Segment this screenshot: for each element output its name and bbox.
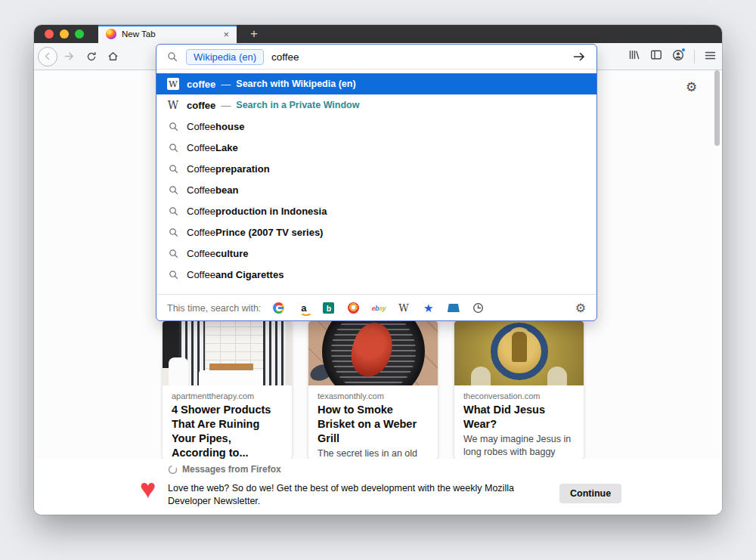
search-suggestion[interactable]: Coffee Prince (2007 TV series) <box>156 221 596 243</box>
duckduckgo-icon[interactable] <box>347 302 360 314</box>
menu-button[interactable] <box>705 50 716 63</box>
tab-new-tab[interactable]: New Tab × <box>98 25 237 43</box>
toolbar-separator <box>694 50 695 63</box>
article-card[interactable]: theconversation.com What Did Jesus Wear?… <box>454 321 584 459</box>
search-icon <box>167 122 179 131</box>
suggestion-list: W coffee — Search with Wikipedia (en) W … <box>156 70 596 294</box>
scrollbar-thumb[interactable] <box>714 70 720 146</box>
search-suggestion[interactable]: Coffee production in Indonesia <box>156 200 596 221</box>
card-excerpt: The secret lies in an old barbecue trick… <box>318 447 429 459</box>
home-icon <box>107 51 119 62</box>
arrow-right-icon <box>572 51 586 63</box>
search-engine-chip[interactable]: Wikipedia (en) <box>186 49 264 65</box>
search-popup: Wikipedia (en) coffee W coffee — Search … <box>156 44 597 321</box>
wikipedia-w-icon: W <box>167 99 179 111</box>
search-suggestion[interactable]: Coffee preparation <box>156 158 596 179</box>
messages-bar: Messages from Firefox ♥ Love the web? So… <box>34 459 722 515</box>
account-button[interactable] <box>672 49 684 64</box>
minimize-window-button[interactable] <box>60 29 69 39</box>
one-off-search-footer: This time, search with: a b ebay W ★ ⚙ <box>156 294 596 321</box>
search-icon <box>167 270 179 280</box>
tab-close-icon[interactable]: × <box>223 29 229 40</box>
reload-icon <box>86 51 97 62</box>
wikipedia-icon[interactable]: W <box>397 302 410 314</box>
search-icon <box>167 185 179 195</box>
search-icon <box>167 164 179 174</box>
search-suggestion[interactable]: Coffee and Cigarettes <box>156 264 596 285</box>
browser-window: New Tab × + <box>34 25 722 515</box>
article-card[interactable]: apartmenttherapy.com 4 Shower Products T… <box>163 321 292 459</box>
search-suggestion[interactable]: Coffee bean <box>156 179 596 200</box>
messages-header: Messages from Firefox <box>168 464 281 475</box>
new-tab-button[interactable]: + <box>244 25 264 43</box>
desktop: New Tab × + <box>0 0 756 560</box>
card-domain: theconversation.com <box>463 391 575 401</box>
close-window-button[interactable] <box>45 29 54 39</box>
search-icon <box>167 143 179 153</box>
continue-button[interactable]: Continue <box>559 484 621 503</box>
history-clock-icon[interactable] <box>472 302 485 314</box>
messages-header-label: Messages from Firefox <box>182 464 281 475</box>
search-icon <box>167 249 179 258</box>
bing-icon[interactable]: b <box>322 302 335 314</box>
card-image-grill <box>308 321 438 385</box>
home-button[interactable] <box>103 46 123 67</box>
one-off-label: This time, search with: <box>167 303 261 314</box>
bookmarks-star-icon[interactable]: ★ <box>422 302 435 314</box>
tab-title: New Tab <box>122 29 223 39</box>
forward-icon <box>64 51 75 62</box>
ebay-icon[interactable]: ebay <box>372 302 385 314</box>
message-text: Love the web? So do we! Get the best of … <box>168 482 542 508</box>
card-excerpt: We may imagine Jesus in long robes with … <box>463 433 575 459</box>
search-suggestion[interactable]: Coffee Lake <box>156 137 596 158</box>
forward-button[interactable] <box>59 46 79 67</box>
card-title: How to Smoke Brisket on a Weber Grill <box>318 403 429 446</box>
heart-icon: ♥ <box>140 475 156 503</box>
search-suggestion[interactable]: Coffee culture <box>156 243 596 264</box>
library-button[interactable] <box>628 49 640 63</box>
amazon-icon[interactable]: a <box>297 302 310 314</box>
suggestion-action: Search with Wikipedia (en) <box>236 79 355 89</box>
card-title: What Did Jesus Wear? <box>463 403 575 432</box>
one-off-engines: a b ebay W ★ <box>272 302 485 314</box>
suggestion-private-search[interactable]: W coffee — Search in a Private Window <box>156 94 596 116</box>
card-domain: texasmonthly.com <box>318 391 429 401</box>
suggestion-query: coffee <box>187 79 215 90</box>
sidebar-icon <box>650 49 662 60</box>
article-card[interactable]: texasmonthly.com How to Smoke Brisket on… <box>308 321 438 459</box>
recommended-articles: apartmenttherapy.com 4 Shower Products T… <box>163 321 584 459</box>
search-icon <box>167 51 178 62</box>
newtab-settings-gear-icon[interactable]: ⚙ <box>686 79 697 95</box>
suggestion-query: coffee <box>187 100 215 111</box>
tab-bar: New Tab × + <box>34 25 722 43</box>
back-icon <box>38 47 57 67</box>
search-icon <box>167 206 179 216</box>
messages-dismiss-icon[interactable] <box>168 465 178 475</box>
back-button[interactable] <box>37 46 57 67</box>
traffic-lights <box>45 29 84 39</box>
suggestion-action: Search in a Private Window <box>236 100 359 110</box>
tabs-icon[interactable] <box>447 302 460 314</box>
hamburger-menu-icon <box>705 51 716 60</box>
nav-buttons <box>34 46 123 67</box>
sidebar-button[interactable] <box>650 49 662 63</box>
search-bar[interactable]: Wikipedia (en) coffee <box>156 45 596 70</box>
search-go-button[interactable] <box>572 51 586 63</box>
card-image-bathroom <box>163 321 292 385</box>
card-image-mosaic <box>454 321 584 385</box>
search-query[interactable]: coffee <box>271 51 299 63</box>
library-icon <box>628 49 640 60</box>
zoom-window-button[interactable] <box>75 29 84 39</box>
search-settings-gear-icon[interactable]: ⚙ <box>575 301 586 315</box>
search-suggestion[interactable]: Coffeehouse <box>156 116 596 137</box>
reload-button[interactable] <box>81 46 101 67</box>
google-icon[interactable] <box>272 302 285 314</box>
wikipedia-favicon-icon: W <box>167 78 179 90</box>
account-notification-badge <box>681 48 686 52</box>
firefox-favicon-icon <box>106 29 116 39</box>
suggestion-search-with-engine[interactable]: W coffee — Search with Wikipedia (en) <box>156 73 596 94</box>
search-icon <box>167 227 179 237</box>
card-title: 4 Shower Products That Are Ruining Your … <box>172 403 283 459</box>
toolbar-right <box>628 49 716 64</box>
card-domain: apartmenttherapy.com <box>172 391 283 401</box>
